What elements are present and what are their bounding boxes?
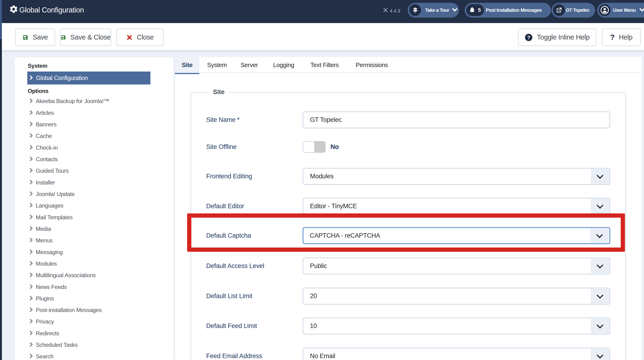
svg-text:?: ?: [527, 34, 530, 40]
